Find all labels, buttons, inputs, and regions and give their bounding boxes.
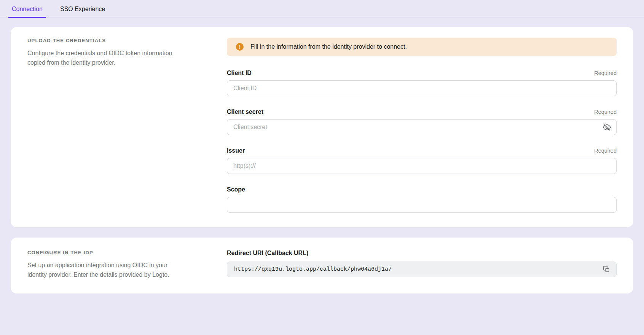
alert-text: Fill in the information from the identit… [250,43,407,50]
issuer-label: Issuer [227,147,245,154]
client-id-input[interactable] [227,80,617,96]
credentials-section-heading: UPLOAD THE CREDENTIALS [27,38,191,43]
scope-input[interactable] [227,197,617,213]
idp-section-heading: CONFIGURE IN THE IDP [27,250,191,255]
issuer-required-badge: Required [594,148,617,154]
scope-label: Scope [227,186,245,193]
tab-sso-experience[interactable]: SSO Experience [57,0,108,18]
idp-section-description: Set up an application integration using … [27,261,187,280]
credentials-card: UPLOAD THE CREDENTIALS Configure the cre… [11,27,633,227]
scope-field-group: Scope [227,186,617,213]
redirect-uri-label: Redirect URI (Callback URL) [227,250,617,257]
client-secret-label: Client secret [227,108,263,115]
redirect-uri-box: https://qxq19u.logto.app/callback/phw64a… [227,262,617,277]
credentials-section-description: Configure the credentials and OIDC token… [27,49,187,68]
warning-icon: ! [236,43,244,51]
client-id-label: Client ID [227,70,252,77]
tabbar: Connection SSO Experience [0,0,644,18]
client-secret-field-group: Client secret Required [227,108,617,135]
eye-off-icon[interactable] [602,122,612,132]
issuer-input[interactable] [227,158,617,174]
client-secret-required-badge: Required [594,109,617,115]
copy-icon[interactable] [601,265,611,274]
redirect-uri-value: https://qxq19u.logto.app/callback/phw64a… [234,266,601,273]
client-secret-input[interactable] [227,119,617,135]
client-id-field-group: Client ID Required [227,70,617,96]
client-id-required-badge: Required [594,70,617,76]
tab-connection[interactable]: Connection [8,0,46,18]
info-alert: ! Fill in the information from the ident… [227,38,617,56]
idp-card: CONFIGURE IN THE IDP Set up an applicati… [11,238,633,294]
issuer-field-group: Issuer Required [227,147,617,174]
